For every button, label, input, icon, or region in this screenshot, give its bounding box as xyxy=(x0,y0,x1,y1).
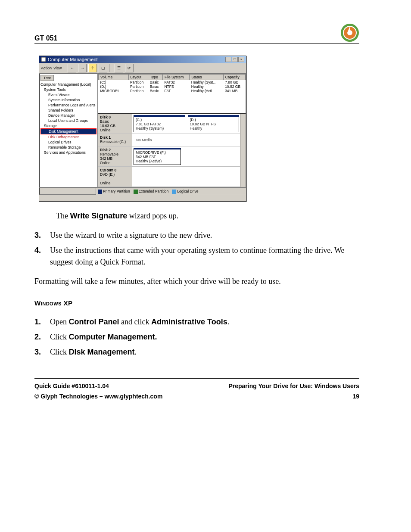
col-layout[interactable]: Layout xyxy=(128,75,148,80)
tree-removable-storage[interactable]: Removable Storage xyxy=(40,145,97,150)
xp-step-3: 3. Click Disk Management. xyxy=(34,346,359,358)
tree-shared-folders[interactable]: Shared Folders xyxy=(40,108,97,113)
tree-storage[interactable]: Storage xyxy=(40,123,97,128)
partition-c[interactable]: (C:) 7.81 GB FAT32 Healthy (System) xyxy=(134,115,185,132)
legend: Primary Partition Extended Partition Log… xyxy=(96,188,246,195)
properties-button[interactable]: ☰ xyxy=(115,64,123,72)
col-status[interactable]: Status xyxy=(190,75,223,80)
tree-disk-management[interactable]: Disk Management xyxy=(40,128,97,134)
back-button[interactable]: ← xyxy=(68,64,76,72)
tree-event-viewer[interactable]: Event Viewer xyxy=(40,92,97,97)
disk2-label[interactable]: Disk 2 Removable 342 MB Online xyxy=(98,146,132,166)
tree-disk-defrag[interactable]: Disk Defragmenter xyxy=(40,134,97,140)
disk-graphic-area: Disk 0 Basic 18.63 GB Online (C:) 7.81 G… xyxy=(98,113,246,187)
disk1-label[interactable]: Disk 1 Removable (G:) xyxy=(98,134,132,146)
wizard-line: The Write Signature wizard pops up. xyxy=(56,210,359,222)
toolbar-button[interactable]: ▢ xyxy=(99,64,107,72)
disk0-label[interactable]: Disk 0 Basic 18.63 GB Online xyxy=(98,114,132,134)
table-row[interactable]: (D:) Partition Basic NTFS Healthy 10.82 … xyxy=(99,84,246,89)
tree-root[interactable]: Computer Management (Local) xyxy=(40,82,97,87)
step-3: 3. Use the wizard to write a signature t… xyxy=(34,230,359,241)
close-button[interactable]: × xyxy=(238,57,244,62)
footer-page-number: 19 xyxy=(352,392,359,402)
footer-copyright: © Glyph Technologies – www.glyphtech.com xyxy=(34,392,162,402)
partition-d[interactable]: (D:) 10.82 GB NTFS Healthy xyxy=(188,115,240,132)
tree-tab[interactable]: Tree xyxy=(40,75,54,81)
maximize-button[interactable]: □ xyxy=(232,57,238,62)
window-title: Computer Management xyxy=(48,57,98,62)
tree-local-users[interactable]: Local Users and Groups xyxy=(40,118,97,123)
app-icon xyxy=(41,57,46,62)
header-title: GT 051 xyxy=(34,34,57,42)
col-type[interactable]: Type xyxy=(148,75,163,80)
vertical-scrollbar[interactable] xyxy=(240,114,246,187)
menu-view[interactable]: View xyxy=(53,66,62,70)
col-filesystem[interactable]: File System xyxy=(162,75,189,80)
status-bar xyxy=(39,195,246,201)
formatting-paragraph: Formatting will take a few minutes, afte… xyxy=(34,276,359,287)
menu-action[interactable]: Action xyxy=(41,66,52,70)
tree-system-information[interactable]: System Information xyxy=(40,97,97,103)
window-titlebar: Computer Management _ □ × xyxy=(39,56,246,63)
tree-logical-drives[interactable]: Logical Drives xyxy=(40,140,97,145)
table-row[interactable]: MICRODRI… Partition Basic FAT Healthy (A… xyxy=(99,89,246,93)
footer-section-title: Preparing Your Drive for Use: Windows Us… xyxy=(228,381,359,392)
minimize-button[interactable]: _ xyxy=(225,57,231,62)
xp-step-1: 1. Open Control Panel and click Administ… xyxy=(34,316,359,328)
col-volume[interactable]: Volume xyxy=(99,75,129,80)
col-capacity[interactable]: Capacity xyxy=(223,75,245,80)
footer-guide-id: Quick Guide #610011-1.04 xyxy=(34,381,109,392)
tree-services[interactable]: Services and Applications xyxy=(40,150,97,155)
page-footer: Quick Guide #610011-1.04 Preparing Your … xyxy=(34,378,359,402)
volume-table[interactable]: Volume Layout Type File System Status Ca… xyxy=(98,74,246,113)
svg-rect-2 xyxy=(41,57,46,62)
refresh-button[interactable]: ⟳ xyxy=(125,64,134,72)
tree-device-manager[interactable]: Device Manager xyxy=(40,113,97,118)
step-4: 4. Use the instructions that came with y… xyxy=(34,245,359,268)
up-button[interactable]: ⇧ xyxy=(88,64,97,72)
tree-system-tools[interactable]: System Tools xyxy=(40,87,97,92)
disk1-nomedia: No Media xyxy=(134,135,239,145)
page-header: GT 051 xyxy=(34,23,359,44)
partition-f[interactable]: MICRODRIVE (F:) 342 MB FAT Healthy (Acti… xyxy=(134,148,181,165)
tree-pane[interactable]: Tree Computer Management (Local) System … xyxy=(39,74,98,187)
glyph-logo-icon xyxy=(340,23,359,42)
table-row[interactable]: (C:) Partition Basic FAT32 Healthy (Syst… xyxy=(99,80,246,85)
tree-perf-logs[interactable]: Performance Logs and Alerts xyxy=(40,103,97,108)
horizontal-scrollbar-left[interactable] xyxy=(39,188,96,195)
cdrom-label[interactable]: CDRom 0 DVD (E:) Online xyxy=(98,167,132,187)
xp-step-2: 2. Click Computer Management. xyxy=(34,331,359,343)
computer-management-screenshot: Computer Management _ □ × Action View ← … xyxy=(39,56,359,202)
windows-xp-heading: Windows XP xyxy=(34,299,359,308)
forward-button[interactable]: → xyxy=(78,64,87,72)
